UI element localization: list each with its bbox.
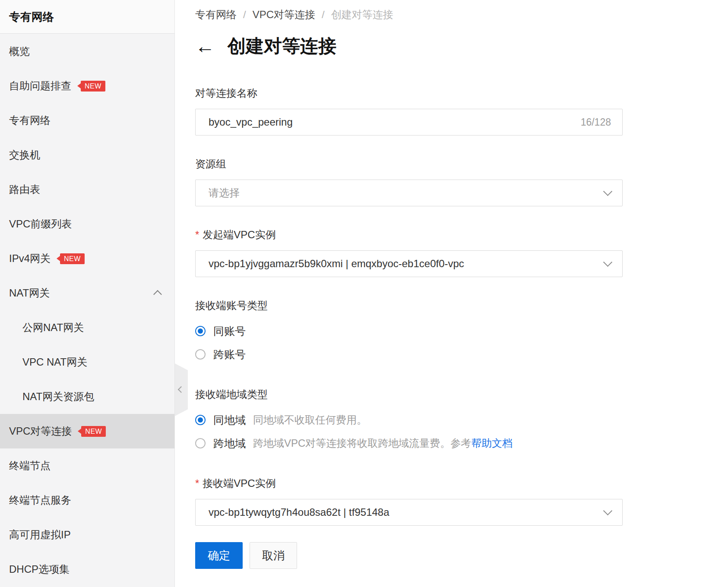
sidebar-item-label: 自助问题排查 — [9, 79, 71, 93]
field-label: 对等连接名称 — [195, 87, 257, 99]
sidebar-item-label: NAT网关 — [9, 286, 50, 300]
radio-option-cross-account[interactable]: 跨账号 — [195, 347, 623, 362]
breadcrumb-item-vpc-peering[interactable]: VPC对等连接 — [253, 8, 315, 22]
field-label: 接收端地域类型 — [195, 388, 268, 401]
radio-option-cross-region[interactable]: 跨地域 跨地域VPC对等连接将收取跨地域流量费。参考帮助文档 — [195, 436, 623, 451]
chevron-down-icon — [603, 257, 612, 266]
sidebar-item-label: 终端节点服务 — [9, 493, 71, 507]
page-title: 创建对等连接 — [228, 35, 336, 57]
select-value: vpc-bp1yjvggamazr5b9k0xmi | emqxbyoc-eb1… — [209, 258, 605, 270]
peering-name-input[interactable] — [209, 116, 572, 128]
field-label: 资源组 — [195, 158, 226, 170]
breadcrumb: 专有网络 / VPC对等连接 / 创建对等连接 — [195, 9, 728, 21]
sidebar-item-nat-gateway[interactable]: NAT网关 — [0, 276, 174, 310]
breadcrumb-separator: / — [322, 9, 325, 21]
sidebar-item-label: VPC前缀列表 — [9, 217, 72, 231]
sidebar-item-label: 终端节点 — [9, 459, 51, 473]
sidebar-item-label: 概览 — [9, 44, 30, 58]
cancel-button[interactable]: 取消 — [250, 542, 297, 569]
sidebar-title: 专有网络 — [0, 0, 174, 34]
sidebar-item-self-troubleshoot[interactable]: 自助问题排查 NEW — [0, 69, 174, 103]
page-header: ← 创建对等连接 — [195, 35, 728, 57]
sidebar-item-label: 高可用虚拟IP — [9, 528, 71, 542]
field-region-type: 接收端地域类型 同地域 同地域不收取任何费用。 跨地域 跨地域VPC对等连接将收… — [195, 388, 623, 451]
radio-icon[interactable] — [195, 326, 206, 336]
radio-icon[interactable] — [195, 349, 206, 360]
sidebar-item-label: 公网NAT网关 — [22, 321, 84, 335]
breadcrumb-item-current: 创建对等连接 — [331, 8, 393, 22]
create-peering-form: 对等连接名称 16/128 资源组 请选择 * 发起端VPC实例 — [195, 87, 623, 569]
radio-hint: 同地域不收取任何费用。 — [253, 413, 367, 427]
form-actions: 确定 取消 — [195, 542, 623, 569]
sidebar-item-label: 交换机 — [9, 148, 40, 162]
sidebar-item-ipv4-gateway[interactable]: IPv4网关 NEW — [0, 241, 174, 276]
radio-hint: 跨地域VPC对等连接将收取跨地域流量费。参考 — [253, 436, 471, 450]
sidebar-item-public-nat-gateway[interactable]: 公网NAT网关 — [0, 310, 174, 345]
sidebar-item-vpc-nat-gateway[interactable]: VPC NAT网关 — [0, 345, 174, 379]
peering-name-input-wrap: 16/128 — [195, 109, 623, 136]
sidebar-item-label: IPv4网关 — [9, 252, 51, 265]
breadcrumb-separator: / — [243, 9, 246, 21]
breadcrumb-item-vpc[interactable]: 专有网络 — [195, 8, 237, 22]
sidebar-item-route-table[interactable]: 路由表 — [0, 172, 174, 207]
chevron-down-icon — [603, 506, 612, 515]
main-content: 专有网络 / VPC对等连接 / 创建对等连接 ← 创建对等连接 对等连接名称 … — [175, 0, 728, 569]
chevron-down-icon — [603, 186, 612, 196]
confirm-button[interactable]: 确定 — [195, 542, 243, 569]
sidebar-item-dhcp-option-set[interactable]: DHCP选项集 — [0, 552, 174, 587]
required-asterisk: * — [195, 477, 199, 489]
required-asterisk: * — [195, 229, 199, 241]
sidebar-item-overview[interactable]: 概览 — [0, 34, 174, 69]
select-value: vpc-bp1tywqytg7h4ou8sa62t | tf95148a — [209, 506, 605, 518]
field-peering-name: 对等连接名称 16/128 — [195, 87, 623, 136]
sidebar-item-vpc-peering[interactable]: VPC对等连接 NEW — [0, 414, 174, 448]
field-initiator-vpc: * 发起端VPC实例 vpc-bp1yjvggamazr5b9k0xmi | e… — [195, 229, 623, 277]
radio-option-same-region[interactable]: 同地域 同地域不收取任何费用。 — [195, 413, 623, 427]
back-arrow-icon[interactable]: ← — [195, 35, 215, 57]
sidebar: 专有网络 概览 自助问题排查 NEW 专有网络 交换机 路由表 VPC前缀列表 … — [0, 0, 175, 587]
char-counter: 16/128 — [581, 117, 611, 128]
radio-option-same-account[interactable]: 同账号 — [195, 324, 623, 338]
field-label: 接收端VPC实例 — [203, 477, 275, 489]
select-placeholder: 请选择 — [209, 186, 605, 200]
sidebar-item-label: VPC对等连接 — [9, 424, 72, 438]
receiver-vpc-select[interactable]: vpc-bp1tywqytg7h4ou8sa62t | tf95148a — [195, 499, 623, 526]
initiator-vpc-select[interactable]: vpc-bp1yjvggamazr5b9k0xmi | emqxbyoc-eb1… — [195, 250, 623, 277]
sidebar-item-label: 路由表 — [9, 183, 40, 196]
new-badge: NEW — [81, 81, 105, 92]
sidebar-item-endpoint-service[interactable]: 终端节点服务 — [0, 483, 174, 518]
field-resource-group: 资源组 请选择 — [195, 158, 623, 206]
new-badge: NEW — [81, 426, 106, 437]
sidebar-item-ha-vip[interactable]: 高可用虚拟IP — [0, 518, 174, 552]
sidebar-item-vpc[interactable]: 专有网络 — [0, 103, 174, 138]
sidebar-item-label: 专有网络 — [9, 114, 51, 127]
field-account-type: 接收端账号类型 同账号 跨账号 — [195, 300, 623, 362]
radio-icon[interactable] — [195, 415, 206, 425]
field-label: 发起端VPC实例 — [203, 229, 275, 241]
radio-icon[interactable] — [195, 438, 206, 448]
field-receiver-vpc: * 接收端VPC实例 vpc-bp1tywqytg7h4ou8sa62t | t… — [195, 477, 623, 526]
sidebar-item-vswitch[interactable]: 交换机 — [0, 138, 174, 172]
chevron-up-icon — [153, 290, 162, 299]
sidebar-item-nat-gateway-resource-pack[interactable]: NAT网关资源包 — [0, 379, 174, 414]
sidebar-item-vpc-prefix-list[interactable]: VPC前缀列表 — [0, 207, 174, 241]
sidebar-nav: 概览 自助问题排查 NEW 专有网络 交换机 路由表 VPC前缀列表 IPv4网… — [0, 34, 174, 587]
sidebar-item-label: VPC NAT网关 — [22, 355, 87, 369]
sidebar-item-label: NAT网关资源包 — [22, 390, 94, 404]
help-doc-link[interactable]: 帮助文档 — [471, 436, 513, 450]
sidebar-item-endpoint[interactable]: 终端节点 — [0, 448, 174, 483]
new-badge: NEW — [60, 253, 85, 264]
resource-group-select[interactable]: 请选择 — [195, 180, 623, 206]
field-label: 接收端账号类型 — [195, 300, 268, 312]
sidebar-item-label: DHCP选项集 — [9, 562, 70, 576]
